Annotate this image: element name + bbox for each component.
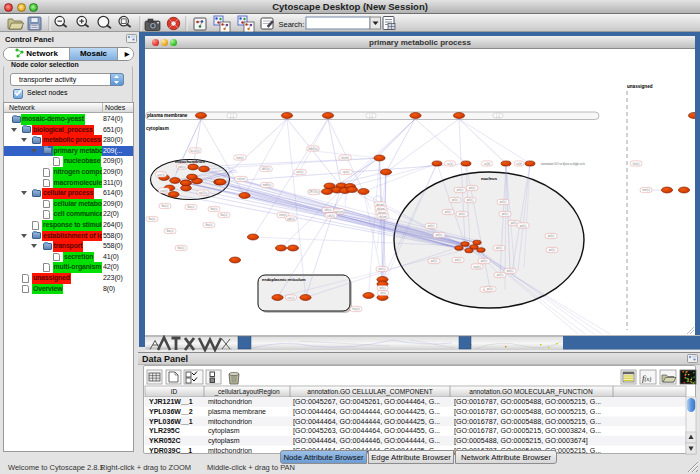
svg-text:pol(s): pol(s) <box>436 233 443 237</box>
svg-text:pol(s): pol(s) <box>496 246 503 250</box>
svg-text:pol(s): pol(s) <box>467 198 474 202</box>
svg-text:su(b): su(b) <box>516 162 522 166</box>
svg-text:mitochondrion: mitochondrion <box>208 447 252 454</box>
svg-text:YPL036W__1: YPL036W__1 <box>149 418 193 425</box>
svg-text:fba(s): fba(s) <box>221 213 228 217</box>
svg-text:fba(s): fba(s) <box>162 204 169 208</box>
svg-text:[GO:0016787, GO:0005488, GO:00: [GO:0016787, GO:0005488, GO:0005215, G..… <box>454 418 601 426</box>
svg-text:pre(s): pre(s) <box>378 267 385 271</box>
svg-text:[GO:0016787, GO:0005488, GO:00: [GO:0016787, GO:0005488, GO:0005215, G..… <box>454 408 601 416</box>
svg-text:idh1(s): idh1(s) <box>262 167 270 171</box>
svg-text:YJR121W__1: YJR121W__1 <box>149 398 193 405</box>
svg-text:atp2(s): atp2(s) <box>199 191 207 195</box>
svg-text:fba(s): fba(s) <box>149 217 156 221</box>
svg-text:annotation.GO MOLECULAR_FUNCTI: annotation.GO MOLECULAR_FUNCTION <box>469 388 593 396</box>
svg-text:pol(s): pol(s) <box>500 200 507 204</box>
svg-text:cyt(s): cyt(s) <box>343 170 350 174</box>
svg-text:hsp(s): hsp(s) <box>352 307 360 311</box>
svg-text:kin(s): kin(s) <box>633 162 640 166</box>
svg-text:cit(sm): cit(sm) <box>237 177 245 181</box>
svg-text:[GO:0016787, GO:0005215, GO:00: [GO:0016787, GO:0005215, GO:0003824, G..… <box>454 427 601 435</box>
svg-text:annotation.GO CELLULAR_COMPONE: annotation.GO CELLULAR_COMPONENT <box>307 388 432 396</box>
svg-text:cytoplasm: cytoplasm <box>146 126 169 131</box>
svg-text:su(s): su(s) <box>447 162 453 166</box>
svg-text:pol(s): pol(s) <box>457 188 464 192</box>
svg-text:fba(s): fba(s) <box>167 229 174 233</box>
svg-text:plasma membrane: plasma membrane <box>147 113 188 118</box>
svg-text:[GO:0044464, GO:0044446, GO:00: [GO:0044464, GO:0044446, GO:0044444, G..… <box>293 437 440 445</box>
svg-text:mitochondrion: mitochondrion <box>208 418 252 425</box>
svg-text:pol(s): pol(s) <box>452 198 459 202</box>
svg-text:[GO:0045263, GO:0044464, GO:00: [GO:0045263, GO:0044464, GO:0044455, G..… <box>293 427 440 435</box>
svg-text:CPOX(s): CPOX(s) <box>309 190 320 194</box>
svg-text:fba(s): fba(s) <box>206 223 213 227</box>
svg-text:pol(s): pol(s) <box>487 287 494 291</box>
svg-text:mitochondrion: mitochondrion <box>208 398 252 405</box>
svg-text:YKR052C: YKR052C <box>149 437 181 444</box>
svg-text:fba(s): fba(s) <box>178 246 185 250</box>
svg-text:ilv(sm): ilv(sm) <box>341 156 349 160</box>
svg-text:cox(z): cox(z) <box>160 189 167 193</box>
svg-text:plasma membrane: plasma membrane <box>208 408 266 416</box>
svg-text:tdh(s): tdh(s) <box>325 208 332 212</box>
svg-text:sec(s): sec(s) <box>287 296 294 300</box>
svg-text:eno(s): eno(s) <box>279 213 287 217</box>
svg-text:pol(s): pol(s) <box>481 259 488 263</box>
svg-text:rpl(s): rpl(s) <box>379 286 385 290</box>
svg-text:pol(s): pol(s) <box>549 248 556 252</box>
svg-text:pol(s): pol(s) <box>469 186 476 190</box>
svg-text:cdc(s): cdc(s) <box>327 214 334 218</box>
svg-text:tom(s): tom(s) <box>642 188 650 192</box>
svg-text:pol(s): pol(s) <box>445 210 452 214</box>
svg-text:[...]: [...] <box>230 114 234 118</box>
svg-text:pdx(s): pdx(s) <box>178 165 186 169</box>
svg-text:YLR295C: YLR295C <box>149 427 180 434</box>
svg-text:pet(s): pet(s) <box>297 170 304 174</box>
svg-text:[...]: [...] <box>496 114 500 118</box>
svg-text:nucleus: nucleus <box>481 176 498 181</box>
svg-text:fum(s): fum(s) <box>236 156 244 160</box>
svg-text:pol(s): pol(s) <box>497 273 504 277</box>
svg-text:pgk(s): pgk(s) <box>287 217 295 221</box>
svg-text:ID: ID <box>171 388 178 395</box>
svg-text:[GO:0044464, GO:0044444, GO:00: [GO:0044464, GO:0044444, GO:0044425, G..… <box>293 408 440 416</box>
svg-text:GdhD(s): GdhD(s) <box>308 147 318 151</box>
svg-text:mdh(s): mdh(s) <box>263 183 271 187</box>
svg-text:[GO:0005488, GO:0005215, GO:00: [GO:0005488, GO:0005215, GO:0003674] <box>454 437 588 445</box>
svg-text:[GO:0045267, GO:0045261, GO:00: [GO:0045267, GO:0045261, GO:0044464, G..… <box>293 398 440 406</box>
svg-text:cytoplasm: cytoplasm <box>208 437 240 445</box>
svg-text:pol(s): pol(s) <box>431 259 438 263</box>
svg-text:bcs1(s): bcs1(s) <box>191 149 200 153</box>
svg-text:cytoplasm: cytoplasm <box>208 427 240 435</box>
svg-text:pol(s): pol(s) <box>428 224 435 228</box>
svg-text:fba(s): fba(s) <box>211 207 218 211</box>
svg-text:rib(sm): rib(sm) <box>379 215 387 219</box>
svg-text:pol(s): pol(s) <box>507 269 514 273</box>
svg-text:endoplasmic reticulum: endoplasmic reticulum <box>262 277 306 282</box>
svg-text:annotation GO su b|aro su b|gl: annotation GO su b|aro su b|glu su b <box>541 162 585 166</box>
svg-text:YPL036W__2: YPL036W__2 <box>149 408 193 415</box>
svg-text:[GO:0044464, GO:0044444, GO:00: [GO:0044464, GO:0044444, GO:0044425, G..… <box>293 418 440 426</box>
svg-text:[GO:0016787, GO:0005488, GO:00: [GO:0016787, GO:0005488, GO:0005215, G..… <box>454 398 601 406</box>
svg-text:ace(s): ace(s) <box>157 173 165 177</box>
svg-text:[...]: [...] <box>369 114 373 118</box>
svg-text:pol(s): pol(s) <box>548 234 555 238</box>
svg-text:fba(s): fba(s) <box>188 205 195 209</box>
svg-text:_cellularLayoutRegion: _cellularLayoutRegion <box>213 388 280 396</box>
svg-text:nop(s): nop(s) <box>473 265 481 269</box>
svg-text:YDR039C__1: YDR039C__1 <box>149 447 192 454</box>
svg-text:Search:: Search: <box>279 20 305 29</box>
svg-text:pol(s): pol(s) <box>520 224 527 228</box>
svg-text:unassigned: unassigned <box>627 84 653 89</box>
svg-text:pol(s): pol(s) <box>455 258 462 262</box>
svg-text:pol(s): pol(s) <box>459 212 466 216</box>
svg-text:pol(s): pol(s) <box>502 212 509 216</box>
svg-text:mitochondrion: mitochondrion <box>175 159 205 164</box>
svg-text:su(b): su(b) <box>484 162 490 166</box>
svg-text:pol(s): pol(s) <box>511 221 518 225</box>
svg-text:rp(s): rp(s) <box>380 291 386 295</box>
